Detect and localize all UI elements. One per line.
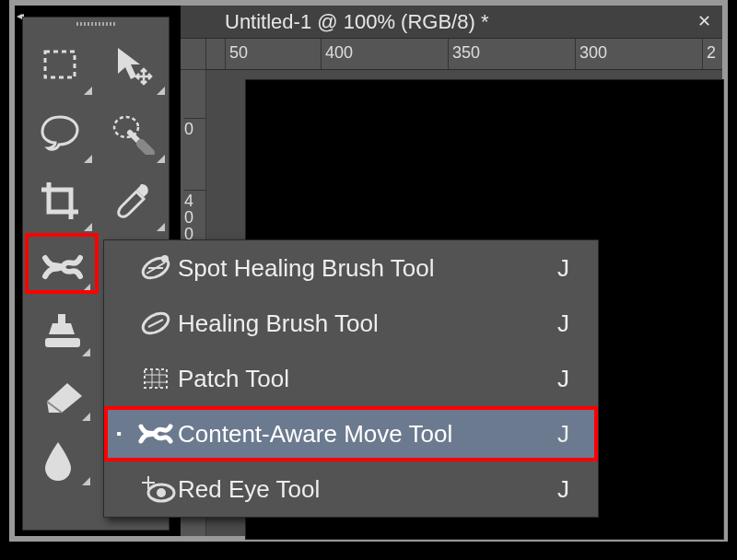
ruler-corner bbox=[181, 39, 206, 70]
svg-rect-0 bbox=[45, 52, 75, 77]
eyedropper-tool[interactable] bbox=[96, 167, 169, 235]
flyout-item-label: Spot Healing Brush Tool bbox=[178, 254, 557, 283]
document-tab[interactable]: Untitled-1 @ 100% (RGB/8) * ✕ bbox=[181, 6, 722, 39]
svg-line-12 bbox=[148, 320, 163, 327]
horizontal-ruler: 50 400 350 300 2 bbox=[206, 39, 722, 70]
ruler-tick: 2 bbox=[702, 39, 716, 69]
lasso-icon bbox=[37, 111, 83, 154]
flyout-item-label: Patch Tool bbox=[178, 365, 557, 393]
lasso-tool[interactable] bbox=[23, 99, 96, 167]
flyout-item-patch[interactable]: Patch Tool J bbox=[104, 351, 598, 406]
flyout-item-red-eye[interactable]: Red Eye Tool J bbox=[104, 461, 598, 517]
ruler-tick: 0 bbox=[184, 118, 206, 137]
svg-rect-6 bbox=[45, 338, 80, 347]
flyout-item-shortcut: J bbox=[557, 475, 598, 504]
tool-flyout-menu: Spot Healing Brush Tool J Healing Brush … bbox=[103, 239, 599, 518]
panel-grip-icon[interactable] bbox=[23, 18, 169, 30]
svg-rect-5 bbox=[58, 314, 65, 323]
flyout-item-label: Content-Aware Move Tool bbox=[178, 420, 557, 449]
quick-selection-tool[interactable] bbox=[96, 99, 169, 167]
quick-selection-icon bbox=[110, 111, 156, 155]
ruler-tick: 400 bbox=[184, 190, 206, 242]
flyout-active-marker: ▪ bbox=[104, 426, 134, 442]
flyout-item-shortcut: J bbox=[557, 309, 598, 338]
healing-brush-icon bbox=[134, 305, 178, 342]
red-eye-icon bbox=[134, 472, 178, 506]
document-title: Untitled-1 @ 100% (RGB/8) * bbox=[225, 10, 488, 34]
content-aware-move-icon bbox=[134, 417, 178, 450]
flyout-item-label: Healing Brush Tool bbox=[178, 309, 557, 338]
marquee-tool[interactable] bbox=[23, 30, 96, 99]
move-icon bbox=[111, 42, 155, 87]
content-aware-move-icon bbox=[40, 247, 86, 287]
flyout-item-shortcut: J bbox=[557, 365, 598, 393]
blur-icon bbox=[40, 438, 76, 483]
flyout-item-content-aware-move[interactable]: ▪ Content-Aware Move Tool J bbox=[104, 406, 598, 461]
flyout-item-shortcut: J bbox=[557, 420, 598, 449]
clone-stamp-icon bbox=[40, 310, 86, 353]
eraser-icon bbox=[40, 378, 88, 414]
flyout-item-label: Red Eye Tool bbox=[178, 475, 557, 504]
spot-healing-brush-icon bbox=[134, 250, 178, 286]
flyout-item-healing-brush[interactable]: Healing Brush Tool J bbox=[104, 296, 598, 351]
patch-icon bbox=[134, 360, 178, 397]
marquee-icon bbox=[40, 44, 80, 85]
close-tab-icon[interactable]: ✕ bbox=[697, 11, 711, 31]
ruler-tick: 400 bbox=[321, 39, 353, 69]
move-tool[interactable] bbox=[96, 30, 169, 99]
svg-rect-13 bbox=[145, 369, 167, 388]
flyout-item-spot-healing[interactable]: Spot Healing Brush Tool J bbox=[104, 240, 598, 296]
eyedropper-icon bbox=[111, 179, 155, 223]
svg-point-21 bbox=[157, 488, 166, 497]
svg-point-10 bbox=[161, 255, 169, 262]
ruler-tick: 350 bbox=[448, 39, 480, 69]
panel-collapse-icon[interactable]: ◂◂ bbox=[17, 9, 20, 22]
flyout-item-shortcut: J bbox=[557, 254, 598, 283]
ruler-tick: 300 bbox=[575, 39, 607, 69]
ruler-tick: 50 bbox=[225, 39, 248, 69]
crop-tool[interactable] bbox=[23, 167, 96, 235]
crop-icon bbox=[38, 179, 82, 223]
